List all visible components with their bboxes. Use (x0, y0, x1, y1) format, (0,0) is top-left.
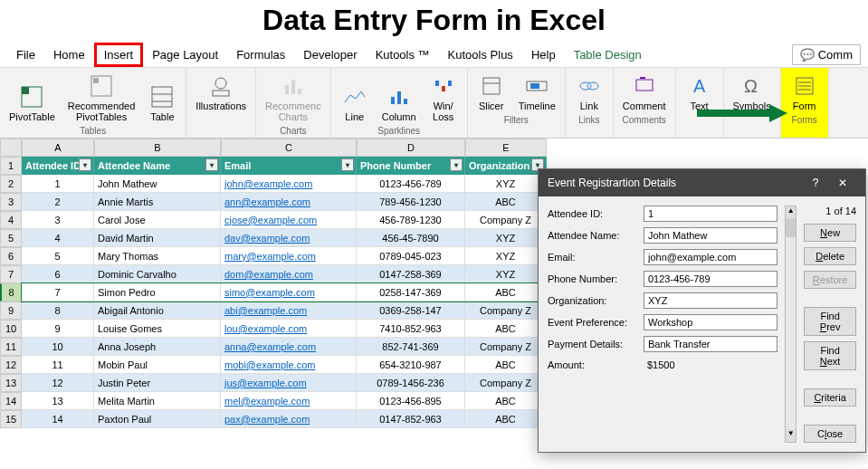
pivottable-button[interactable]: PivotTable (5, 82, 59, 124)
menu-formulas[interactable]: Formulas (227, 43, 294, 67)
table-row[interactable]: 10Anna Josephanna@example.com852-741-369… (22, 338, 547, 356)
cell[interactable]: anna@example.com (221, 338, 357, 356)
cell[interactable]: jus@example.com (221, 374, 357, 392)
attendee-name-input[interactable] (644, 227, 777, 244)
cell[interactable]: mobi@example.com (221, 356, 357, 374)
row-header[interactable]: 1 (0, 157, 22, 175)
cell[interactable]: 0258-147-369 (357, 283, 465, 302)
close-icon[interactable]: ✕ (829, 175, 856, 191)
col-header-E[interactable]: E (465, 139, 547, 157)
row-header[interactable]: 5 (0, 229, 22, 247)
cell[interactable]: ABC (465, 392, 547, 410)
cell[interactable]: 7410-852-963 (357, 320, 465, 338)
col-header-C[interactable]: C (221, 139, 357, 157)
cell[interactable]: John Mathew (94, 175, 221, 193)
cell[interactable]: 6 (22, 265, 94, 283)
new-button[interactable]: New (804, 224, 856, 242)
recommended-charts-button[interactable]: Recommenc Charts (262, 72, 325, 124)
cell[interactable]: Dominic Carvalho (94, 265, 221, 283)
filter-button[interactable]: ▾ (79, 158, 91, 171)
timeline-button[interactable]: Timeline (515, 72, 559, 113)
cell[interactable]: David Martin (94, 229, 221, 247)
menu-kutools[interactable]: Kutools ™ (367, 43, 439, 67)
sparkline-winloss-button[interactable]: Win/ Loss (425, 72, 462, 124)
help-button[interactable]: ? (802, 175, 829, 191)
row-header[interactable]: 2 (0, 175, 22, 193)
cell[interactable]: 9 (22, 320, 94, 338)
table-row[interactable]: 4David Martindav@example.com456-45-7890X… (22, 229, 547, 247)
table-row[interactable]: 2Annie Martisann@example.com789-456-1230… (22, 193, 547, 211)
illustrations-button[interactable]: Illustrations (192, 72, 250, 113)
table-row[interactable]: 1John Mathewjohn@example.com0123-456-789… (22, 175, 547, 193)
cell[interactable]: 0369-258-147 (357, 302, 465, 320)
cell[interactable]: john@example.com (221, 175, 357, 193)
cell[interactable]: Mobin Paul (94, 356, 221, 374)
cell[interactable]: 2 (22, 193, 94, 211)
filter-button[interactable]: ▾ (450, 158, 463, 171)
cell[interactable]: Justin Peter (94, 374, 221, 392)
row-header[interactable]: 15 (0, 410, 22, 428)
cell[interactable]: 0789-045-023 (357, 247, 465, 265)
cell[interactable]: Abigail Antonio (94, 302, 221, 320)
table-row[interactable]: 7Simon Pedrosimo@example.com0258-147-369… (22, 283, 547, 302)
table-header-D[interactable]: Phone Number▾ (357, 157, 465, 175)
cell[interactable]: abi@example.com (221, 302, 357, 320)
find-prev-button[interactable]: Find Prev (804, 307, 856, 336)
cell[interactable]: dav@example.com (221, 229, 357, 247)
sparkline-line-button[interactable]: Line (337, 82, 373, 124)
row-header[interactable]: 12 (0, 356, 22, 374)
cell[interactable]: Louise Gomes (94, 320, 221, 338)
phone-input[interactable] (644, 271, 777, 287)
table-row[interactable]: 3Carol Josecjose@example.com456-789-1230… (22, 211, 547, 229)
table-row[interactable]: 8Abigail Antonioabi@example.com0369-258-… (22, 302, 547, 320)
table-row[interactable]: 6Dominic Carvalhodom@example.com0147-258… (22, 265, 547, 283)
cell[interactable]: dom@example.com (221, 265, 357, 283)
table-header-B[interactable]: Attendee Name▾ (94, 157, 221, 175)
cell[interactable]: cjose@example.com (221, 211, 357, 229)
menu-file[interactable]: File (7, 43, 44, 67)
cell[interactable]: 852-741-369 (357, 338, 465, 356)
form-button[interactable]: Form (787, 72, 823, 113)
delete-button[interactable]: Delete (804, 247, 856, 265)
cell[interactable]: 789-456-1230 (357, 193, 465, 211)
dialog-titlebar[interactable]: Event Registrartion Details ? ✕ (539, 169, 865, 196)
table-row[interactable]: 13Melita Martinmel@example.com0123-456-8… (22, 392, 547, 410)
cell[interactable]: 456-789-1230 (357, 211, 465, 229)
cell[interactable]: ABC (465, 193, 547, 211)
row-header[interactable]: 7 (0, 265, 22, 283)
filter-button[interactable]: ▾ (205, 158, 218, 171)
event-pref-input[interactable] (644, 314, 777, 330)
email-input[interactable] (644, 249, 777, 265)
comments-button[interactable]: 💬 Comm (792, 44, 861, 65)
cell[interactable]: pax@example.com (221, 410, 357, 428)
row-header[interactable]: 10 (0, 320, 22, 338)
cell[interactable]: ABC (465, 320, 547, 338)
org-input[interactable] (644, 292, 777, 309)
cell[interactable]: ann@example.com (221, 193, 357, 211)
scroll-up-icon[interactable]: ▲ (786, 206, 796, 219)
menu-kutools-plus[interactable]: Kutools Plus (439, 43, 522, 67)
sparkline-column-button[interactable]: Column (378, 82, 420, 124)
cell[interactable]: lou@example.com (221, 320, 357, 338)
cell[interactable]: Company Z (465, 302, 547, 320)
comment-button[interactable]: Comment (619, 72, 670, 113)
slicer-button[interactable]: Slicer (473, 72, 510, 113)
recommended-pivottables-button[interactable]: Recommended PivotTables (64, 72, 139, 124)
cell[interactable]: Company Z (465, 338, 547, 356)
table-button[interactable]: Table (144, 82, 180, 124)
row-header[interactable]: 4 (0, 211, 22, 229)
col-header-D[interactable]: D (357, 139, 465, 157)
cell[interactable]: Company Z (465, 211, 547, 229)
link-button[interactable]: Link (571, 72, 607, 113)
row-header[interactable]: 3 (0, 193, 22, 211)
cell[interactable]: Carol Jose (94, 211, 221, 229)
cell[interactable]: XYZ (465, 229, 547, 247)
table-row[interactable]: 11Mobin Paulmobi@example.com654-3210-987… (22, 356, 547, 374)
menu-table-design[interactable]: Table Design (565, 43, 651, 67)
scroll-down-icon[interactable]: ▼ (786, 429, 796, 442)
cell[interactable]: Annie Martis (94, 193, 221, 211)
cell[interactable]: 0123-456-895 (357, 392, 465, 410)
cell[interactable]: 456-45-7890 (357, 229, 465, 247)
filter-button[interactable]: ▾ (341, 158, 354, 171)
attendee-id-input[interactable] (644, 206, 777, 222)
